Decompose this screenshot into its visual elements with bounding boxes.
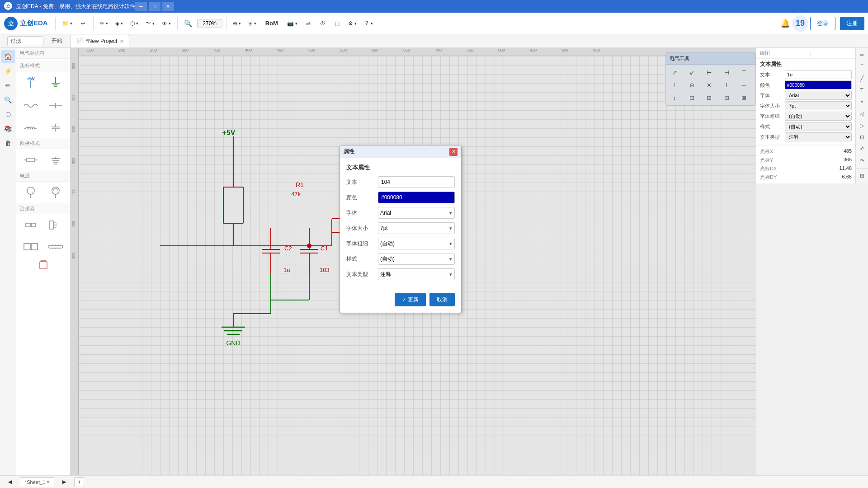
- help-dropdown: ▾: [371, 21, 373, 26]
- left-delete-button[interactable]: 🗑: [1, 136, 15, 150]
- rvt-btn-dot[interactable]: •: [857, 97, 868, 108]
- file-button[interactable]: 📁 ▾: [59, 16, 75, 31]
- rvt-btn-arrow-r[interactable]: ▷: [857, 120, 868, 131]
- svg-rect-28: [26, 223, 30, 227]
- dialog-text-input[interactable]: [378, 176, 455, 188]
- grid-button[interactable]: ⊞ ▾: [245, 16, 259, 31]
- wire-button[interactable]: 〜 ▾: [143, 16, 157, 31]
- tab-close-icon[interactable]: ✕: [120, 39, 123, 44]
- add-sheet-button[interactable]: +: [74, 477, 84, 487]
- rvt-btn-expand[interactable]: ⊞: [857, 170, 868, 181]
- symbol-5v-icon: +5V: [22, 76, 39, 89]
- move-button[interactable]: ⊕ ▾: [230, 16, 244, 31]
- undo-button[interactable]: ↩: [77, 16, 90, 31]
- symbol-gnd[interactable]: [44, 74, 68, 90]
- symbol-power1[interactable]: [19, 184, 42, 201]
- left-electric-button[interactable]: ⚡: [1, 64, 15, 78]
- rp-texttype-select[interactable]: 注释: [785, 132, 852, 141]
- dialog-font-select[interactable]: Arial Times New Roman Courier: [378, 207, 455, 219]
- symbol-5v[interactable]: +5V: [19, 74, 42, 90]
- dialog-close-button[interactable]: ✕: [449, 148, 458, 156]
- login-button[interactable]: 登录: [810, 17, 835, 30]
- rvt-btn-line[interactable]: ╱: [857, 73, 868, 84]
- delete-icon-item[interactable]: [33, 256, 54, 272]
- sheet-nav-left[interactable]: ◀: [4, 477, 16, 487]
- minimize-button[interactable]: ─: [135, 2, 147, 11]
- dialog-color-input[interactable]: #000080: [378, 192, 455, 203]
- rvt-btn-text[interactable]: T: [857, 85, 868, 96]
- symbol-conn1[interactable]: [19, 217, 42, 233]
- symbol-wave1[interactable]: [19, 98, 42, 114]
- pin-button[interactable]: ◈ ▾: [113, 16, 126, 31]
- rp-fontweight-select[interactable]: (自动): [785, 112, 852, 121]
- register-button[interactable]: 注册: [840, 17, 864, 30]
- left-library-button[interactable]: 📚: [1, 122, 15, 136]
- rvt-btn-rotate-l[interactable]: ↶: [857, 144, 868, 155]
- tab-new-project-label: *New Project: [86, 38, 117, 44]
- rvt-btn-arrow-l[interactable]: ◁: [857, 108, 868, 119]
- svg-text:立: 立: [6, 4, 11, 9]
- tab-start[interactable]: 开始: [44, 35, 70, 47]
- sheet-nav-right[interactable]: ▶: [58, 477, 71, 487]
- dialog-texttype-select[interactable]: 注释 标注 标题: [378, 268, 455, 280]
- settings-button[interactable]: ⚙ ▾: [345, 16, 359, 31]
- logo: 立 立创EDA: [4, 16, 48, 31]
- eye-button[interactable]: 👁 ▾: [159, 16, 174, 31]
- symbol-conn2[interactable]: [44, 217, 68, 233]
- dialog-text-label: 文本: [346, 178, 378, 186]
- coord-dy-value: 6.66: [842, 174, 852, 181]
- maximize-button[interactable]: □: [149, 2, 160, 11]
- sheet-tab-1[interactable]: *Sheet_1 ▾: [20, 477, 54, 487]
- left-draw-button[interactable]: ✏: [1, 79, 15, 92]
- rp-color-swatch[interactable]: #000080: [785, 80, 852, 89]
- symbol-eu2[interactable]: [44, 152, 68, 168]
- close-button[interactable]: ✕: [162, 2, 174, 11]
- rvt-btn-rotate-r[interactable]: ↷: [857, 155, 868, 166]
- rp-font-select[interactable]: Arial: [785, 91, 852, 100]
- canvas-area[interactable]: 150 200 250 300 350 400 450 500 550 600 …: [71, 48, 756, 475]
- camera-icon: 📷: [287, 20, 294, 27]
- dialog-fontsize-select[interactable]: 6pt 7pt 8pt 10pt 12pt: [378, 222, 455, 234]
- rvt-btn-pencil[interactable]: ✏: [857, 50, 868, 61]
- sheet-tab-arrow: ▾: [47, 480, 49, 484]
- dialog-row-fontweight: 字体粗细 (自动) Normal Bold: [346, 238, 455, 249]
- symbol-conn4[interactable]: [44, 239, 68, 255]
- zoom-value[interactable]: 270%: [197, 19, 222, 28]
- rp-style-select[interactable]: (自动): [785, 122, 852, 131]
- rvt-btn-curve[interactable]: ⌒: [857, 61, 868, 72]
- left-search-button[interactable]: 🔍: [1, 93, 15, 107]
- symbol-conn3[interactable]: [19, 239, 42, 255]
- rvt-btn-pic[interactable]: ⊡: [857, 132, 868, 143]
- dialog-fontweight-select[interactable]: (自动) Normal Bold: [378, 238, 455, 249]
- rp-text-input[interactable]: [785, 70, 852, 79]
- dialog-update-button[interactable]: ✓ 更新: [395, 293, 426, 306]
- camera-button[interactable]: 📷 ▾: [284, 16, 300, 31]
- power-title: 电源: [16, 171, 70, 182]
- pencil-button[interactable]: ✏ ▾: [97, 16, 111, 31]
- dialog-cancel-button[interactable]: 取消: [429, 293, 455, 306]
- bom-button[interactable]: BoM: [261, 16, 283, 31]
- symbol-cap[interactable]: [44, 119, 68, 136]
- symbol-power2[interactable]: [44, 184, 68, 201]
- help-button[interactable]: ？ ▾: [361, 16, 376, 31]
- share-button[interactable]: ⇌: [302, 16, 315, 31]
- left-component-button[interactable]: ⬡: [1, 108, 15, 121]
- symbol-res-eu[interactable]: [19, 152, 42, 168]
- settings-icon: ⚙: [348, 20, 353, 27]
- coord-dy-row: 光标DY 6.66: [760, 173, 852, 182]
- rp-fontsize-select[interactable]: 7pt: [785, 101, 852, 110]
- zoom-icon-button[interactable]: 🔍: [181, 16, 195, 31]
- rp-texttype-row: 文本类型 注释: [760, 132, 852, 141]
- left-home-button[interactable]: 🏠: [1, 50, 15, 63]
- symbol-coil[interactable]: [19, 119, 42, 136]
- filter-input[interactable]: [7, 36, 43, 46]
- layers-button[interactable]: ◫: [331, 16, 344, 31]
- symbol-power2-icon: [47, 186, 64, 199]
- group-button[interactable]: ⬡ ▾: [127, 16, 141, 31]
- symbol-h-line[interactable]: [44, 98, 68, 114]
- tab-new-project[interactable]: 📄 *New Project ✕: [71, 35, 129, 47]
- history-button[interactable]: ⏱: [316, 16, 329, 31]
- rp-fontsize-row: 字体大小 7pt: [760, 101, 852, 110]
- tabbar: 开始 📄 *New Project ✕: [0, 34, 868, 48]
- dialog-style-select[interactable]: (自动) Normal Italic: [378, 253, 455, 265]
